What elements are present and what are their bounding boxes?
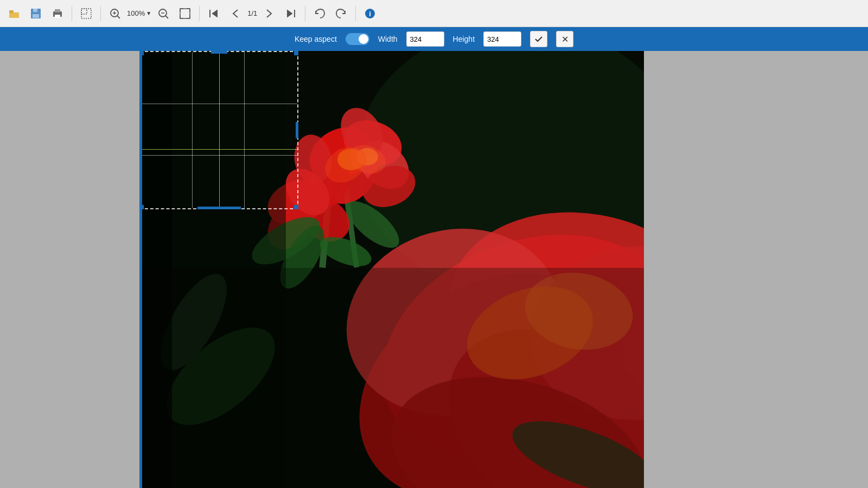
width-label: Width [378,35,398,43]
flower-image [139,51,644,488]
separator-4 [305,6,305,21]
next-page-button[interactable] [259,4,279,23]
svg-rect-7 [55,9,60,12]
svg-rect-18 [180,9,190,18]
svg-text:i: i [369,10,371,18]
fit-button[interactable] [175,4,195,23]
image-container [139,51,644,488]
page-nav-value: 1/1 [247,9,257,17]
svg-rect-5 [33,14,39,18]
select-button[interactable] [76,4,96,23]
svg-line-16 [165,16,168,18]
zoom-in-button[interactable] [105,4,125,23]
height-input[interactable] [483,31,521,47]
save-button[interactable] [26,4,46,23]
undo-button[interactable] [310,4,329,23]
cancel-icon: ✕ [561,34,569,44]
svg-rect-10 [81,9,91,18]
svg-rect-62 [139,51,172,488]
separator-5 [355,6,356,21]
crop-toolbar: Keep aspect Width Height ✕ [0,27,868,51]
height-input-group [483,31,521,47]
zoom-value: 100% [127,9,145,17]
svg-line-12 [117,16,120,18]
width-input-group [406,31,444,47]
keep-aspect-label: Keep aspect [295,35,337,43]
page-nav: 1/1 [247,9,257,17]
flower-background [139,51,644,488]
confirm-crop-button[interactable] [530,31,547,47]
zoom-display: 100% ▼ [127,9,151,17]
separator-1 [72,6,72,21]
main-toolbar: 100% ▼ 1/1 [0,0,868,27]
svg-rect-8 [55,15,60,18]
separator-2 [100,6,101,21]
zoom-out-button[interactable] [154,4,173,23]
redo-button[interactable] [331,4,351,23]
canvas-area [0,51,868,488]
svg-rect-9 [81,9,87,14]
cancel-crop-button[interactable]: ✕ [556,31,573,47]
width-input[interactable] [406,31,444,47]
first-page-button[interactable] [204,4,224,23]
info-button[interactable]: i [360,4,380,23]
prev-page-button[interactable] [226,4,245,23]
print-button[interactable] [48,4,67,23]
separator-3 [199,6,200,21]
svg-rect-4 [33,9,37,12]
last-page-button[interactable] [281,4,301,23]
svg-rect-2 [9,13,19,18]
open-button[interactable] [4,4,24,23]
right-panel [644,51,868,488]
keep-aspect-toggle[interactable] [346,33,369,45]
height-label: Height [453,35,475,43]
svg-rect-61 [139,268,644,488]
